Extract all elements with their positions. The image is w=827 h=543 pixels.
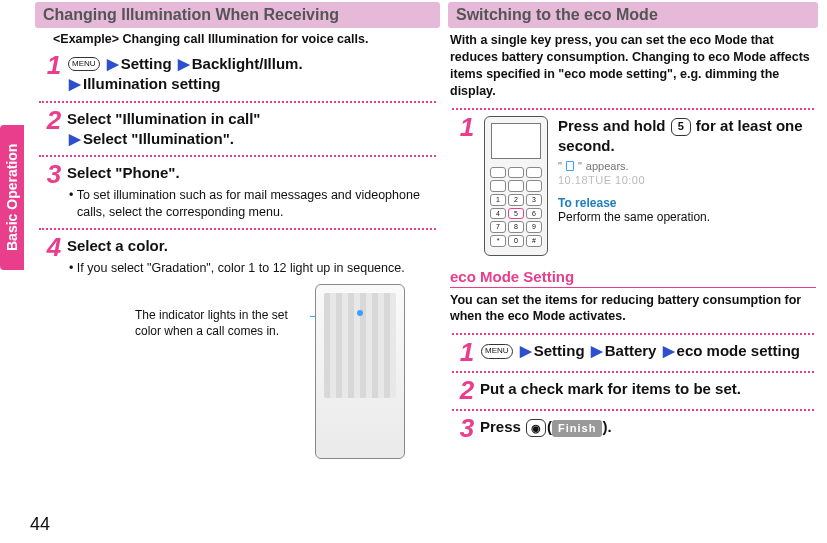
step-number: 1 — [454, 114, 480, 256]
left-step-4: 4 Select a color. • If you select "Grada… — [35, 234, 440, 279]
sub-step-1: 1 MENU ▶Setting ▶Battery ▶eco mode setti… — [448, 339, 818, 365]
eco-indicator-icon — [566, 161, 574, 171]
divider — [452, 333, 814, 335]
title-part: Press — [480, 418, 525, 435]
step-bullet: • If you select "Gradation", color 1 to … — [67, 260, 440, 276]
page-number: 44 — [30, 514, 50, 535]
divider — [452, 409, 814, 411]
phone-keypad-icon: 123 456 789 *0# — [490, 167, 542, 247]
subheading-eco-mode-setting: eco Mode Setting — [450, 268, 816, 288]
bullet-text: To set illumination such as for mail mes… — [77, 188, 420, 218]
step-title: MENU ▶Setting ▶Battery ▶eco mode setting — [480, 341, 818, 361]
column-left: Changing Illumination When Receiving <Ex… — [35, 0, 440, 543]
divider — [39, 155, 436, 157]
appears-text: appears. — [586, 160, 629, 172]
release-text: Perform the same operation. — [558, 210, 818, 226]
step-number: 2 — [454, 377, 480, 403]
step-number: 4 — [41, 234, 67, 279]
step-title: Put a check mark for items to be set. — [480, 379, 818, 399]
menu-key-icon: MENU — [481, 344, 513, 359]
step-title: Select "Illumination in call" ▶Select "I… — [67, 109, 440, 150]
to-release-label: To release — [558, 196, 818, 210]
left-step-1: 1 MENU ▶Setting ▶Backlight/Illum. ▶Illum… — [35, 52, 440, 95]
side-tab-basic-operation: Basic Operation — [0, 125, 24, 270]
step-title: Press and hold 5 for at least one second… — [558, 116, 818, 157]
finish-label: Finish — [552, 420, 602, 437]
phone-caption: The indicator lights in the set color wh… — [135, 308, 310, 339]
step-number: 1 — [454, 339, 480, 365]
nav-part: Backlight/Illum. — [192, 55, 303, 72]
left-step-3: 3 Select "Phone". • To set illumination … — [35, 161, 440, 222]
step-title: Press ◉(Finish). — [480, 417, 818, 437]
step-line: Select "Illumination". — [83, 130, 234, 147]
phone-screen-icon — [491, 123, 541, 159]
phone-large-icon — [315, 284, 405, 459]
left-phone-illustration: The indicator lights in the set color wh… — [35, 284, 440, 474]
arrow-icon: ▶ — [520, 342, 532, 359]
arrow-icon: ▶ — [69, 130, 81, 147]
eco-setting-intro: You can set the items for reducing batte… — [450, 292, 816, 326]
menu-key-icon: MENU — [68, 57, 100, 72]
divider — [39, 101, 436, 103]
title-part: Press and hold — [558, 117, 670, 134]
arrow-icon: ▶ — [591, 342, 603, 359]
nav-part: Setting — [121, 55, 172, 72]
step-title: Select a color. — [67, 236, 440, 256]
example-line: <Example> Changing call Illumination for… — [53, 32, 440, 46]
header-changing-illumination: Changing Illumination When Receiving — [35, 2, 440, 28]
step-bullet: • To set illumination such as for mail m… — [67, 187, 440, 220]
sub-step-2: 2 Put a check mark for items to be set. — [448, 377, 818, 403]
step-number: 3 — [454, 415, 480, 441]
divider — [452, 108, 814, 110]
nav-part: Battery — [605, 342, 657, 359]
step-number: 3 — [41, 161, 67, 222]
title-part: . — [607, 418, 611, 435]
nav-part: eco mode setting — [677, 342, 800, 359]
divider — [452, 371, 814, 373]
camera-key-icon: ◉ — [526, 419, 546, 437]
key-5-icon: 5 — [671, 118, 691, 136]
step-number: 1 — [41, 52, 67, 95]
header-eco-mode: Switching to the eco Mode — [448, 2, 818, 28]
arrow-icon: ▶ — [178, 55, 190, 72]
led-icon — [357, 310, 363, 316]
nav-part: Illumination setting — [83, 75, 221, 92]
arrow-icon: ▶ — [107, 55, 119, 72]
time-mock: 10.18TUE 10:00 — [558, 174, 818, 186]
right-step-1: 1 123 456 789 *0# Press and hold 5 f — [448, 114, 818, 256]
column-right: Switching to the eco Mode With a single … — [448, 0, 818, 543]
step-number: 2 — [41, 107, 67, 150]
step-title: MENU ▶Setting ▶Backlight/Illum. ▶Illumin… — [67, 54, 440, 95]
sub-step-3: 3 Press ◉(Finish). — [448, 415, 818, 441]
appears-line: "" appears. — [558, 160, 818, 172]
arrow-icon: ▶ — [69, 75, 81, 92]
divider — [39, 228, 436, 230]
arrow-icon: ▶ — [663, 342, 675, 359]
step-title: Select "Phone". — [67, 163, 440, 183]
page-content: Changing Illumination When Receiving <Ex… — [0, 0, 827, 543]
phone-small-icon: 123 456 789 *0# — [484, 116, 548, 256]
nav-part: Setting — [534, 342, 585, 359]
step-line: Select "Illumination in call" — [67, 110, 260, 127]
bullet-text: If you select "Gradation", color 1 to 12… — [77, 261, 405, 275]
eco-intro: With a single key press, you can set the… — [450, 32, 816, 100]
left-step-2: 2 Select "Illumination in call" ▶Select … — [35, 107, 440, 150]
